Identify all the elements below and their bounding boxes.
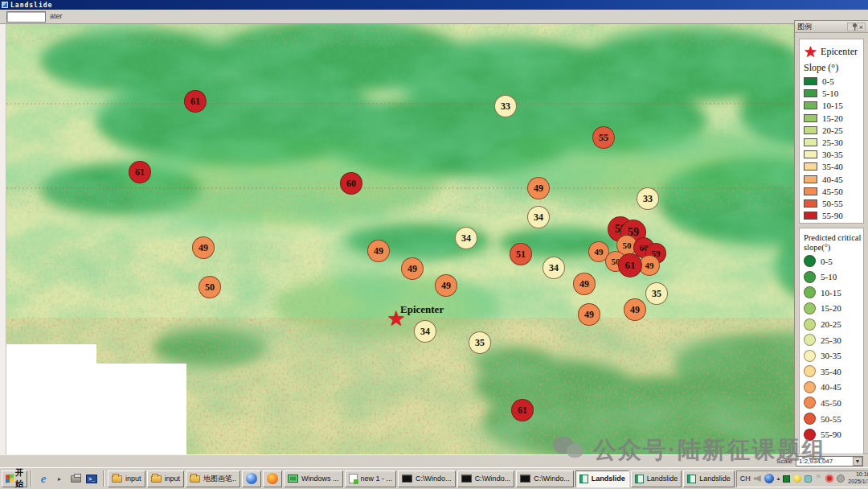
taskbar-button-new-1-[interactable]: new 1 - ... <box>345 471 397 487</box>
legend-row: 20-25 <box>804 125 863 135</box>
globe-icon[interactable] <box>764 474 774 483</box>
slope-marker: 55 <box>592 126 615 149</box>
flag-icon[interactable] <box>815 475 822 483</box>
legend-row: 45-50 <box>804 397 863 409</box>
chevron-down-icon[interactable]: ▼ <box>853 457 862 466</box>
taskbar-button-landslide[interactable]: Landslide <box>631 471 682 487</box>
green-sq-icon[interactable] <box>783 475 790 483</box>
cmd-icon <box>402 475 412 483</box>
layer-combobox[interactable] <box>6 11 46 23</box>
legend-bin-label: 40-45 <box>821 382 841 392</box>
legend-swatch <box>804 150 817 158</box>
taskbar-button-input[interactable]: input <box>147 471 185 487</box>
taskbar-button-windows-[interactable]: Windows ... <box>284 471 343 487</box>
taskbar-button-label: C:\Windo... <box>475 475 511 483</box>
slope-marker: 49 <box>527 177 550 199</box>
slope-marker: 50 <box>199 276 221 298</box>
legend-bin-label: 0-5 <box>821 257 833 266</box>
slope-marker: 49 <box>367 240 390 262</box>
folder-icon <box>190 475 200 483</box>
terrain-raster <box>6 24 868 454</box>
taskbar-button-firefox[interactable] <box>263 471 282 487</box>
legend-circle-swatch <box>804 397 816 409</box>
slope-marker: 35 <box>645 282 668 305</box>
cmd-icon <box>520 475 530 483</box>
legend-row: 15-20 <box>804 302 863 314</box>
status-bar: Scale 1:2,934,047 ▼ <box>0 454 868 467</box>
editor-icon <box>349 474 358 483</box>
application-window: Landslide ater <box>0 0 868 489</box>
speaker-icon[interactable] <box>754 475 761 482</box>
scale-label: Scale <box>776 458 792 465</box>
slope-legend: ★ Epicenter Slope (°) 0-55-1010-1515-202… <box>799 39 864 224</box>
qarrow-icon[interactable]: ▸ <box>51 471 68 487</box>
slope-marker: 61 <box>511 399 534 421</box>
clock[interactable]: 10:16 2025/1/7 <box>848 471 868 486</box>
legend-row: 35-40 <box>804 162 863 171</box>
legend-bin-label: 45-50 <box>822 187 843 196</box>
language-indicator[interactable]: CH <box>740 475 751 483</box>
taskbar-button-label: Landslide <box>592 475 625 483</box>
taskbar-button-blue-orb[interactable] <box>242 471 261 487</box>
taskbar-button--[interactable]: 地图画笔.. <box>186 471 240 487</box>
start-button[interactable]: 开始 <box>2 471 27 487</box>
legend-bin-label: 55-90 <box>821 429 841 439</box>
legend-bin-label: 5-10 <box>821 272 837 281</box>
window-title: Landslide <box>10 2 52 9</box>
close-icon[interactable]: × <box>857 23 866 31</box>
slope-marker: 33 <box>494 95 517 117</box>
legend-row: 30-35 <box>804 350 863 362</box>
taskbar-button-c-windo-[interactable]: C:\Windo... <box>516 471 574 487</box>
taskbar-button-landslide[interactable]: Landslide <box>683 471 735 487</box>
yellow-dot-icon[interactable] <box>793 475 801 483</box>
taskbar-button-label: Landslide <box>647 475 678 483</box>
legend-panel-header[interactable]: 图例 × <box>795 21 868 33</box>
slope-legend-title: Slope (°) <box>804 62 863 74</box>
powershell-icon[interactable]: >_ <box>84 471 100 487</box>
epicenter-legend-star-icon: ★ <box>804 44 817 60</box>
slope-marker: 51 <box>510 243 532 265</box>
folder-icon <box>151 475 162 483</box>
pin-icon[interactable] <box>847 23 856 31</box>
legend-bin-label: 55-90 <box>822 211 843 220</box>
legend-bin-label: 15-20 <box>822 113 843 123</box>
legend-circle-swatch <box>804 350 816 362</box>
legend-panel-title: 图例 <box>797 22 846 32</box>
legend-row: 45-50 <box>804 187 863 196</box>
legend-row: 0-5 <box>804 255 863 267</box>
taskbar-button-c-windo-[interactable]: C:\Windo... <box>457 471 515 487</box>
taskbar-button-label: Landslide <box>699 475 731 483</box>
taskbar-button-c-windo-[interactable]: C:\Windo... <box>398 471 456 487</box>
legend-swatch <box>804 89 817 97</box>
legend-swatch <box>804 175 817 183</box>
legend-row: 40-45 <box>804 175 863 184</box>
scale-combobox[interactable]: 1:2,934,047 ▼ <box>796 456 863 466</box>
legend-swatch <box>804 199 817 208</box>
epicenter-label: Epicenter <box>400 303 444 316</box>
legend-bin-label: 20-25 <box>822 125 843 135</box>
scale-value: 1:2,934,047 <box>796 458 853 465</box>
red-dot-icon[interactable] <box>825 475 833 483</box>
caret-icon[interactable]: ▴ <box>777 475 780 482</box>
legend-row: 55-90 <box>804 429 863 441</box>
printer-icon[interactable] <box>68 471 84 487</box>
slope-marker: 49 <box>573 273 596 295</box>
taskbar-button-landslide[interactable]: Landslide <box>575 471 629 487</box>
taskbar-button-input[interactable]: input <box>108 471 145 487</box>
landslide-icon <box>635 475 644 483</box>
window-edge <box>0 24 6 454</box>
slope-marker: 49 <box>578 303 600 326</box>
teal-dot-icon[interactable] <box>805 475 812 483</box>
legend-bin-label: 5-10 <box>822 88 838 98</box>
legend-row: 25-30 <box>804 334 863 346</box>
ie-icon[interactable]: e <box>35 471 51 487</box>
toolbar: ater <box>0 10 868 24</box>
legend-row: 10-15 <box>804 286 863 298</box>
legend-bin-label: 10-15 <box>822 101 843 110</box>
legend-bin-label: 20-25 <box>821 319 841 329</box>
epicenter-legend-label: Epicenter <box>821 46 858 58</box>
gray-dot-icon[interactable] <box>837 475 845 483</box>
legend-swatch <box>804 162 817 171</box>
taskbar-button-label: Windows ... <box>301 475 339 483</box>
slope-marker: 34 <box>414 320 436 343</box>
